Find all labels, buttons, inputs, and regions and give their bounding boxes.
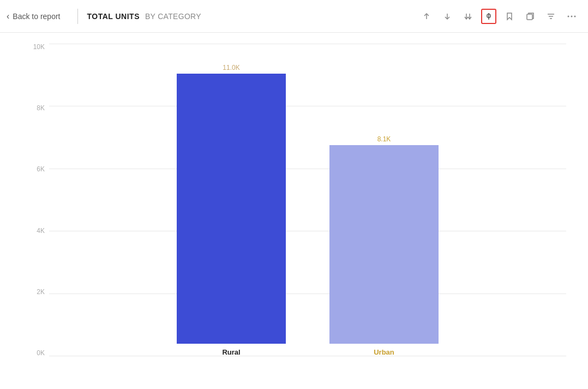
sort-asc-icon[interactable]: [419, 9, 434, 24]
sort-desc-icon[interactable]: [440, 9, 455, 24]
bars-container: 11.0K Rural 8.1K Urban: [49, 44, 566, 356]
urban-bar-label: Urban: [374, 348, 394, 356]
chart-inner: 11.0K Rural 8.1K Urban: [49, 44, 566, 356]
page-subtitle: BY CATEGORY: [145, 12, 201, 21]
chart-area: 0K 2K 4K 6K 8K 10K 11.0K Rural 8.1K: [0, 33, 588, 389]
rural-bar[interactable]: [177, 74, 286, 344]
header-divider: [77, 9, 78, 24]
toolbar-icons: [419, 9, 579, 24]
y-label-2k: 2K: [27, 289, 45, 295]
page-title: TOTAL UNITS: [87, 12, 140, 21]
back-to-report-button[interactable]: ‹ Back to report: [7, 11, 69, 21]
y-label-0k: 0K: [27, 350, 45, 356]
rural-bar-label: Rural: [222, 348, 240, 356]
svg-point-10: [574, 15, 576, 17]
y-axis: 0K 2K 4K 6K 8K 10K: [27, 44, 49, 356]
bar-group-rural: 11.0K Rural: [177, 64, 286, 356]
svg-point-9: [571, 15, 573, 17]
y-label-4k: 4K: [27, 228, 45, 234]
duplicate-icon[interactable]: [523, 9, 538, 24]
title-section: TOTAL UNITS BY CATEGORY: [87, 12, 201, 21]
header: ‹ Back to report TOTAL UNITS BY CATEGORY: [0, 0, 588, 33]
pin-icon[interactable]: [481, 9, 496, 24]
bookmark-icon[interactable]: [502, 9, 517, 24]
back-label: Back to report: [13, 12, 60, 21]
bar-group-urban: 8.1K Urban: [329, 135, 439, 356]
more-options-icon[interactable]: [564, 9, 579, 24]
svg-point-8: [568, 15, 569, 17]
y-label-8k: 8K: [27, 105, 45, 111]
y-label-10k: 10K: [27, 44, 45, 50]
svg-rect-4: [527, 14, 532, 20]
rural-bar-value: 11.0K: [223, 64, 239, 71]
y-label-6k: 6K: [27, 166, 45, 172]
urban-bar-value: 8.1K: [377, 135, 391, 143]
chevron-left-icon: ‹: [7, 11, 9, 21]
filter-icon[interactable]: [543, 9, 559, 24]
urban-bar[interactable]: [329, 145, 439, 344]
sort-desc-double-icon[interactable]: [460, 9, 476, 24]
header-left: ‹ Back to report TOTAL UNITS BY CATEGORY: [7, 9, 201, 24]
